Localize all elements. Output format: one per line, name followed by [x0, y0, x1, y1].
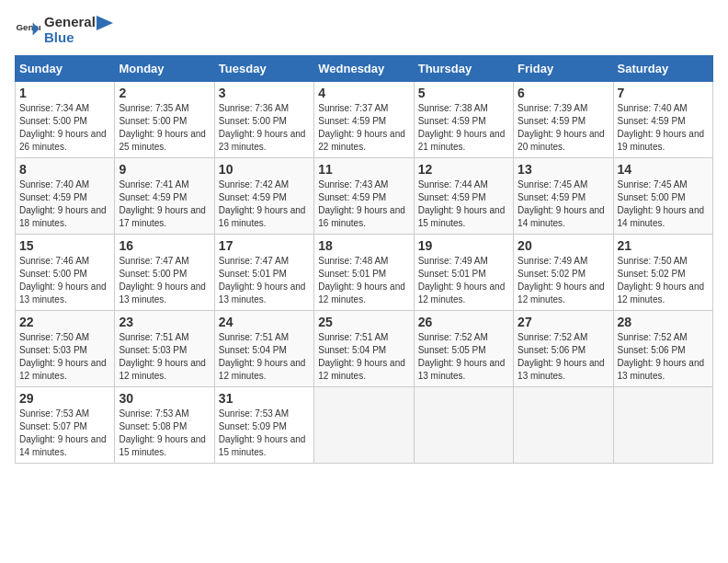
daylight: Daylight: 9 hours and 13 minutes. — [19, 281, 110, 306]
sunrise: Sunrise: 7:45 AM — [518, 178, 609, 191]
day-number: 17 — [219, 238, 310, 253]
calendar-cell: 18 Sunrise: 7:48 AM Sunset: 5:01 PM Dayl… — [314, 234, 414, 310]
day-info: Sunrise: 7:47 AM Sunset: 5:00 PM Dayligh… — [119, 255, 210, 306]
calendar-cell: 15 Sunrise: 7:46 AM Sunset: 5:00 PM Dayl… — [16, 234, 115, 310]
header-sunday: Sunday — [16, 55, 115, 81]
sunrise: Sunrise: 7:34 AM — [19, 102, 110, 115]
calendar-cell: 1 Sunrise: 7:34 AM Sunset: 5:00 PM Dayli… — [16, 81, 115, 157]
sunset: Sunset: 5:09 PM — [219, 420, 310, 433]
calendar-cell: 8 Sunrise: 7:40 AM Sunset: 4:59 PM Dayli… — [16, 157, 115, 234]
day-number: 3 — [219, 86, 310, 100]
day-info: Sunrise: 7:48 AM Sunset: 5:01 PM Dayligh… — [318, 255, 409, 306]
day-number: 14 — [618, 162, 709, 177]
calendar-cell: 30 Sunrise: 7:53 AM Sunset: 5:08 PM Dayl… — [115, 386, 214, 463]
sunset: Sunset: 5:00 PM — [119, 268, 210, 281]
header-thursday: Thursday — [414, 55, 513, 81]
sunset: Sunset: 4:59 PM — [318, 191, 409, 204]
calendar-cell: 31 Sunrise: 7:53 AM Sunset: 5:09 PM Dayl… — [214, 386, 313, 463]
sunrise: Sunrise: 7:42 AM — [219, 178, 310, 191]
day-number: 11 — [318, 162, 409, 177]
day-number: 13 — [518, 162, 609, 177]
daylight: Daylight: 9 hours and 14 minutes. — [19, 433, 110, 459]
logo-text-general: General — [44, 15, 114, 30]
sunset: Sunset: 5:06 PM — [618, 344, 709, 357]
day-info: Sunrise: 7:43 AM Sunset: 4:59 PM Dayligh… — [318, 178, 409, 230]
day-info: Sunrise: 7:37 AM Sunset: 4:59 PM Dayligh… — [318, 102, 409, 154]
daylight: Daylight: 9 hours and 16 minutes. — [219, 204, 310, 230]
day-info: Sunrise: 7:40 AM Sunset: 4:59 PM Dayligh… — [618, 102, 709, 154]
sunrise: Sunrise: 7:48 AM — [318, 255, 409, 268]
calendar-cell — [613, 386, 712, 463]
calendar-cell: 29 Sunrise: 7:53 AM Sunset: 5:07 PM Dayl… — [16, 386, 115, 463]
day-number: 5 — [418, 86, 509, 100]
daylight: Daylight: 9 hours and 21 minutes. — [418, 128, 509, 154]
week-row-4: 22 Sunrise: 7:50 AM Sunset: 5:03 PM Dayl… — [16, 310, 713, 386]
sunrise: Sunrise: 7:51 AM — [119, 331, 210, 344]
calendar-cell: 21 Sunrise: 7:50 AM Sunset: 5:02 PM Dayl… — [613, 234, 712, 310]
calendar-cell: 13 Sunrise: 7:45 AM Sunset: 4:59 PM Dayl… — [514, 157, 613, 234]
day-info: Sunrise: 7:53 AM Sunset: 5:08 PM Dayligh… — [119, 408, 210, 459]
day-number: 18 — [318, 238, 409, 253]
sunset: Sunset: 4:59 PM — [19, 191, 110, 204]
calendar-cell: 2 Sunrise: 7:35 AM Sunset: 5:00 PM Dayli… — [115, 81, 214, 157]
sunset: Sunset: 5:00 PM — [219, 115, 310, 128]
header-saturday: Saturday — [613, 55, 712, 81]
sunset: Sunset: 5:00 PM — [19, 115, 110, 128]
header-monday: Monday — [115, 55, 214, 81]
day-info: Sunrise: 7:34 AM Sunset: 5:00 PM Dayligh… — [19, 102, 110, 154]
day-number: 10 — [219, 162, 310, 177]
calendar-cell: 9 Sunrise: 7:41 AM Sunset: 4:59 PM Dayli… — [115, 157, 214, 234]
sunrise: Sunrise: 7:40 AM — [19, 178, 110, 191]
sunrise: Sunrise: 7:51 AM — [318, 331, 409, 344]
day-info: Sunrise: 7:52 AM Sunset: 5:06 PM Dayligh… — [618, 331, 709, 383]
daylight: Daylight: 9 hours and 15 minutes. — [219, 433, 310, 459]
day-number: 31 — [219, 391, 310, 406]
day-info: Sunrise: 7:46 AM Sunset: 5:00 PM Dayligh… — [19, 255, 110, 306]
header-friday: Friday — [514, 55, 613, 81]
daylight: Daylight: 9 hours and 12 minutes. — [518, 281, 609, 306]
day-info: Sunrise: 7:51 AM Sunset: 5:04 PM Dayligh… — [219, 331, 310, 383]
sunrise: Sunrise: 7:35 AM — [119, 102, 210, 115]
day-number: 30 — [119, 391, 210, 406]
day-number: 26 — [418, 315, 509, 329]
day-number: 8 — [19, 162, 110, 177]
calendar-cell: 28 Sunrise: 7:52 AM Sunset: 5:06 PM Dayl… — [613, 310, 712, 386]
day-info: Sunrise: 7:47 AM Sunset: 5:01 PM Dayligh… — [219, 255, 310, 306]
daylight: Daylight: 9 hours and 12 minutes. — [318, 357, 409, 383]
calendar-cell: 24 Sunrise: 7:51 AM Sunset: 5:04 PM Dayl… — [214, 310, 313, 386]
svg-marker-2 — [97, 16, 113, 30]
sunset: Sunset: 5:07 PM — [19, 420, 110, 433]
day-number: 19 — [418, 238, 509, 253]
day-number: 7 — [618, 86, 709, 100]
calendar-cell: 23 Sunrise: 7:51 AM Sunset: 5:03 PM Dayl… — [115, 310, 214, 386]
sunrise: Sunrise: 7:49 AM — [518, 255, 609, 268]
sunset: Sunset: 5:00 PM — [19, 268, 110, 281]
daylight: Daylight: 9 hours and 12 minutes. — [119, 357, 210, 383]
day-info: Sunrise: 7:49 AM Sunset: 5:02 PM Dayligh… — [518, 255, 609, 306]
daylight: Daylight: 9 hours and 12 minutes. — [618, 281, 709, 306]
day-number: 20 — [518, 238, 609, 253]
day-info: Sunrise: 7:50 AM Sunset: 5:02 PM Dayligh… — [618, 255, 709, 306]
day-info: Sunrise: 7:35 AM Sunset: 5:00 PM Dayligh… — [119, 102, 210, 154]
sunset: Sunset: 5:08 PM — [119, 420, 210, 433]
calendar-cell: 19 Sunrise: 7:49 AM Sunset: 5:01 PM Dayl… — [414, 234, 513, 310]
day-number: 2 — [119, 86, 210, 100]
daylight: Daylight: 9 hours and 25 minutes. — [119, 128, 210, 154]
sunset: Sunset: 5:03 PM — [119, 344, 210, 357]
sunrise: Sunrise: 7:53 AM — [119, 408, 210, 420]
calendar-cell — [514, 386, 613, 463]
day-number: 23 — [119, 315, 210, 329]
calendar-cell — [414, 386, 513, 463]
sunrise: Sunrise: 7:44 AM — [418, 178, 509, 191]
week-row-5: 29 Sunrise: 7:53 AM Sunset: 5:07 PM Dayl… — [16, 386, 713, 463]
sunrise: Sunrise: 7:47 AM — [219, 255, 310, 268]
sunset: Sunset: 4:59 PM — [119, 191, 210, 204]
header-tuesday: Tuesday — [214, 55, 313, 81]
sunrise: Sunrise: 7:46 AM — [19, 255, 110, 268]
header-wednesday: Wednesday — [314, 55, 414, 81]
sunrise: Sunrise: 7:47 AM — [119, 255, 210, 268]
day-number: 4 — [318, 86, 409, 100]
header: General General Blue — [15, 15, 713, 46]
daylight: Daylight: 9 hours and 22 minutes. — [318, 128, 409, 154]
sunrise: Sunrise: 7:50 AM — [618, 255, 709, 268]
